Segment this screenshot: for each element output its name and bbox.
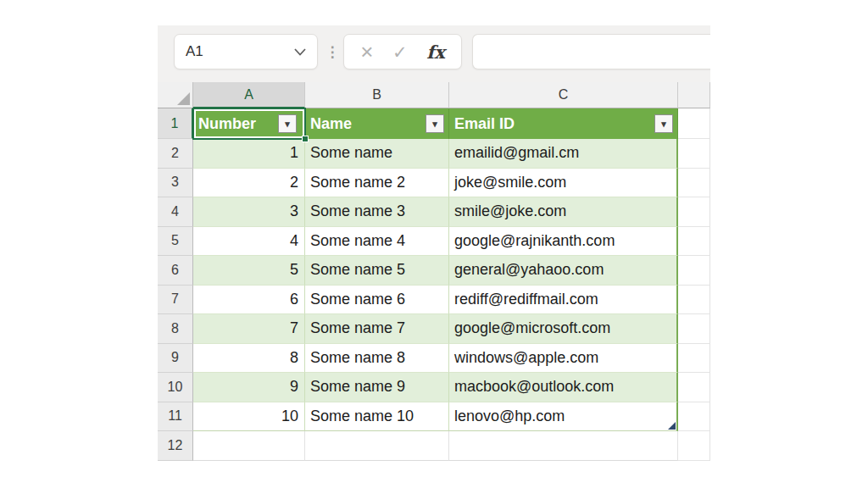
cell-D1[interactable]	[678, 108, 710, 139]
cancel-icon[interactable]: ×	[360, 41, 373, 63]
row-header-6[interactable]: 6	[158, 256, 193, 286]
cell-D10[interactable]	[678, 373, 710, 402]
cell-C10[interactable]: macbook@outlook.com	[449, 373, 678, 402]
cell-B2[interactable]: Some name	[305, 139, 449, 169]
cell-D4[interactable]	[678, 197, 710, 227]
sheet-grid: ABC 1Number▾Name▾Email ID▾21Some nameema…	[158, 82, 710, 461]
cell-A4[interactable]: 3	[193, 197, 305, 227]
cell-C4[interactable]: smile@joke.com	[449, 197, 678, 227]
table-resize-handle-icon[interactable]	[668, 422, 676, 430]
cell-A12[interactable]	[193, 431, 305, 461]
row-header-1[interactable]: 1	[158, 108, 193, 139]
cell-C8[interactable]: google@microsoft.com	[449, 314, 678, 344]
formula-bar-row: A1 ⋮ × ✓ fx	[158, 25, 710, 82]
cell-D6[interactable]	[678, 256, 710, 286]
more-options-icon: ⋮	[325, 34, 340, 69]
empty-row: 12	[158, 431, 710, 461]
cell-B7[interactable]: Some name 6	[305, 286, 449, 315]
cell-D12[interactable]	[678, 431, 710, 461]
cell-B8[interactable]: Some name 7	[305, 314, 449, 344]
cell-B6[interactable]: Some name 5	[305, 256, 449, 286]
table-header-name[interactable]: Name▾	[305, 108, 449, 139]
cell-A9[interactable]: 8	[193, 344, 305, 374]
cell-C2[interactable]: emailid@gmail.cm	[449, 139, 678, 169]
excel-window: A1 ⋮ × ✓ fx ABC 1Number▾Name▾Email ID▾21…	[158, 25, 710, 461]
filter-button-email-id[interactable]: ▾	[654, 114, 673, 133]
select-all-button[interactable]	[158, 82, 193, 108]
column-header-B[interactable]: B	[305, 82, 449, 108]
cell-D8[interactable]	[678, 314, 710, 344]
row-header-11[interactable]: 11	[158, 402, 193, 432]
formula-input[interactable]	[472, 34, 710, 69]
cell-A6[interactable]: 5	[193, 256, 305, 286]
row-header-4[interactable]: 4	[158, 197, 193, 227]
column-headers: ABC	[158, 82, 710, 108]
row-header-3[interactable]: 3	[158, 169, 193, 198]
column-header-C[interactable]: C	[449, 82, 678, 108]
column-header-partial[interactable]	[678, 82, 710, 108]
cell-D11[interactable]	[678, 402, 710, 432]
chevron-down-icon[interactable]	[294, 48, 306, 56]
name-box[interactable]: A1	[174, 34, 318, 69]
cell-C9[interactable]: windows@apple.com	[449, 344, 678, 374]
cell-D5[interactable]	[678, 227, 710, 257]
cell-A2[interactable]: 1	[193, 139, 305, 169]
cell-B5[interactable]: Some name 4	[305, 227, 449, 257]
cell-B4[interactable]: Some name 3	[305, 197, 449, 227]
cell-C6[interactable]: general@yahaoo.com	[449, 256, 678, 286]
row-header-2[interactable]: 2	[158, 139, 193, 169]
table-row: 32Some name 2joke@smile.com	[158, 169, 710, 198]
cell-B12[interactable]	[305, 431, 449, 461]
table-header-row: 1Number▾Name▾Email ID▾	[158, 108, 710, 139]
cell-A3[interactable]: 2	[193, 169, 305, 198]
enter-icon[interactable]: ✓	[392, 43, 408, 61]
table-header-email-id[interactable]: Email ID▾	[449, 108, 678, 139]
filter-button-number[interactable]: ▾	[278, 114, 297, 133]
cell-A5[interactable]: 4	[193, 227, 305, 257]
cell-D7[interactable]	[678, 286, 710, 315]
cell-A7[interactable]: 6	[193, 286, 305, 315]
select-all-triangle-icon	[177, 92, 190, 105]
row-header-9[interactable]: 9	[158, 344, 193, 374]
cell-A8[interactable]: 7	[193, 314, 305, 344]
cell-C3[interactable]: joke@smile.com	[449, 169, 678, 198]
table-row: 109Some name 9macbook@outlook.com	[158, 373, 710, 402]
table-row: 1110Some name 10lenovo@hp.com	[158, 402, 710, 432]
table-row: 65Some name 5general@yahaoo.com	[158, 256, 710, 286]
table-row: 21Some nameemailid@gmail.cm	[158, 139, 710, 169]
table-row: 98Some name 8windows@apple.com	[158, 344, 710, 374]
cell-B3[interactable]: Some name 2	[305, 169, 449, 198]
cell-D3[interactable]	[678, 169, 710, 198]
cell-B11[interactable]: Some name 10	[305, 402, 449, 432]
cell-C5[interactable]: google@rajnikanth.com	[449, 227, 678, 257]
cell-A11[interactable]: 10	[193, 402, 305, 432]
cell-C12[interactable]	[449, 431, 678, 461]
cell-D9[interactable]	[678, 344, 710, 374]
cell-B10[interactable]: Some name 9	[305, 373, 449, 402]
cell-C11[interactable]: lenovo@hp.com	[449, 402, 678, 432]
column-header-A[interactable]: A	[193, 82, 305, 108]
cell-D2[interactable]	[678, 139, 710, 169]
row-header-10[interactable]: 10	[158, 373, 193, 402]
row-header-8[interactable]: 8	[158, 314, 193, 344]
cell-B9[interactable]: Some name 8	[305, 344, 449, 374]
formula-buttons: × ✓ fx	[343, 34, 462, 69]
cell-A10[interactable]: 9	[193, 373, 305, 402]
row-header-7[interactable]: 7	[158, 286, 193, 315]
table-header-number[interactable]: Number▾	[193, 108, 305, 139]
table-row: 87Some name 7google@microsoft.com	[158, 314, 710, 344]
row-header-12[interactable]: 12	[158, 431, 193, 461]
insert-function-icon[interactable]: fx	[426, 42, 445, 63]
filter-button-name[interactable]: ▾	[426, 114, 444, 133]
name-box-value: A1	[186, 43, 203, 60]
table-row: 54Some name 4google@rajnikanth.com	[158, 227, 710, 257]
table-row: 76Some name 6rediff@rediffmail.com	[158, 286, 710, 315]
row-header-5[interactable]: 5	[158, 227, 193, 257]
cell-C7[interactable]: rediff@rediffmail.com	[449, 286, 678, 315]
table-row: 43Some name 3smile@joke.com	[158, 197, 710, 227]
